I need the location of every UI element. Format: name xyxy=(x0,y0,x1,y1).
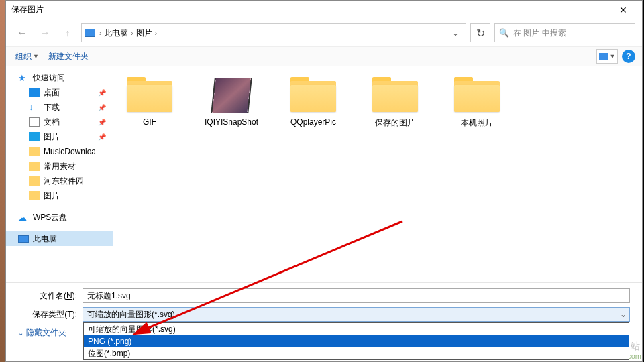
back-button[interactable]: ← xyxy=(13,23,32,42)
pin-icon: 📌 xyxy=(98,133,106,141)
sidebar-item-pictures[interactable]: 图片📌 xyxy=(6,129,113,144)
filetype-option-svg[interactable]: 可缩放的向量图形(*.svg) xyxy=(84,323,629,335)
folder-icon xyxy=(453,76,501,113)
titlebar: 保存图片 ✕ xyxy=(6,1,642,19)
folder-icon xyxy=(125,76,174,113)
pc-icon xyxy=(18,235,29,243)
pin-icon: 📌 xyxy=(98,104,106,111)
filetype-option-bmp[interactable]: 位图(*.bmp) xyxy=(84,347,629,359)
folder-item[interactable]: 本机照片 xyxy=(447,76,506,129)
folder-label: QQplayerPic xyxy=(284,117,343,127)
folder-label: 本机照片 xyxy=(447,117,506,129)
sidebar-item-music[interactable]: MusicDownloa xyxy=(6,144,113,159)
new-folder-button[interactable]: 新建文件夹 xyxy=(46,50,91,64)
sidebar-item-pics2[interactable]: 图片 xyxy=(6,188,113,203)
breadcrumb[interactable]: › 此电脑 › 图片 › ⌄ xyxy=(81,23,466,42)
search-icon: 🔍 xyxy=(499,28,509,38)
sidebar-item-hedong[interactable]: 河东软件园 xyxy=(6,174,113,188)
filename-label: 文件名(N): xyxy=(18,290,83,302)
folder-item[interactable]: GIF xyxy=(120,76,179,127)
forward-button[interactable]: → xyxy=(36,23,54,42)
up-button[interactable]: ↑ xyxy=(58,23,77,42)
filetype-label: 保存类型(T): xyxy=(18,309,83,320)
sidebar-item-documents[interactable]: 文档📌 xyxy=(6,115,113,129)
folder-icon xyxy=(289,76,337,113)
crumb-root[interactable]: 此电脑 xyxy=(104,27,128,39)
close-icon[interactable]: ✕ xyxy=(610,5,637,15)
folder-icon xyxy=(29,191,40,200)
folder-label: IQIYISnapShot xyxy=(202,117,261,127)
cloud-icon xyxy=(18,213,29,222)
folder-label: 保存的图片 xyxy=(366,117,425,129)
folder-icon xyxy=(29,147,40,156)
refresh-button[interactable]: ↻ xyxy=(470,23,490,42)
save-dialog: 保存图片 ✕ ← → ↑ › 此电脑 › 图片 › ⌄ ↻ 🔍 在 图片 中搜索… xyxy=(5,0,643,362)
desktop-icon xyxy=(29,88,40,97)
pin-icon: 📌 xyxy=(98,119,106,126)
folder-icon xyxy=(371,76,419,113)
chevron-down-icon: ⌄ xyxy=(620,310,627,319)
address-row: ← → ↑ › 此电脑 › 图片 › ⌄ ↻ 🔍 在 图片 中搜索 xyxy=(6,19,642,46)
toolbar: 组织▼ 新建文件夹 ▼ ? xyxy=(6,46,642,66)
chevron-right-icon: › xyxy=(155,29,157,37)
download-icon xyxy=(29,103,40,112)
filetype-dropdown[interactable]: 可缩放的向量图形(*.svg) PNG (*.png) 位图(*.bmp) xyxy=(83,322,629,360)
folder-icon xyxy=(29,162,40,171)
folder-label: GIF xyxy=(120,117,179,127)
folder-item[interactable]: QQplayerPic xyxy=(284,76,343,127)
chevron-down-icon[interactable]: ⌄ xyxy=(448,28,463,38)
search-input[interactable]: 🔍 在 图片 中搜索 xyxy=(494,23,635,42)
bottom-panel: 文件名(N): 保存类型(T): 可缩放的向量图形(*.svg) ⌄ 可缩放的向… xyxy=(6,282,642,344)
sidebar-item-quick-access[interactable]: 快速访问 xyxy=(6,70,113,85)
sidebar-item-thispc[interactable]: 此电脑 xyxy=(6,231,113,246)
pin-icon: 📌 xyxy=(98,89,106,97)
crumb-folder[interactable]: 图片 xyxy=(136,27,152,39)
chevron-down-icon: ⌄ xyxy=(18,329,23,337)
filename-input[interactable] xyxy=(83,288,630,303)
picture-icon xyxy=(29,132,40,141)
folder-icon xyxy=(207,76,256,113)
folder-item[interactable]: 保存的图片 xyxy=(366,76,425,129)
window-title: 保存图片 xyxy=(11,4,610,15)
search-placeholder: 在 图片 中搜索 xyxy=(513,27,566,39)
organize-menu[interactable]: 组织▼ xyxy=(13,50,42,64)
filetype-select[interactable]: 可缩放的向量图形(*.svg) ⌄ 可缩放的向量图形(*.svg) PNG (*… xyxy=(83,307,630,322)
sidebar-item-common[interactable]: 常用素材 xyxy=(6,159,113,174)
folder-item[interactable]: IQIYISnapShot xyxy=(202,76,261,127)
star-icon xyxy=(18,73,29,82)
pc-icon xyxy=(85,29,95,37)
filetype-option-png[interactable]: PNG (*.png) xyxy=(84,335,629,347)
sidebar-item-downloads[interactable]: 下载📌 xyxy=(6,100,113,115)
chevron-right-icon: › xyxy=(131,29,133,37)
folder-view[interactable]: GIF IQIYISnapShot QQplayerPic 保存的图片 本机照片 xyxy=(113,66,642,282)
document-icon xyxy=(29,117,40,127)
folder-icon xyxy=(29,176,40,186)
help-button[interactable]: ? xyxy=(622,50,635,63)
sidebar-item-desktop[interactable]: 桌面📌 xyxy=(6,85,113,100)
chevron-right-icon: › xyxy=(99,29,101,37)
sidebar: 快速访问 桌面📌 下载📌 文档📌 图片📌 MusicDownloa 常用素材 河… xyxy=(6,66,113,282)
sidebar-item-wps[interactable]: WPS云盘 xyxy=(6,210,113,225)
view-menu[interactable]: ▼ xyxy=(596,49,618,64)
